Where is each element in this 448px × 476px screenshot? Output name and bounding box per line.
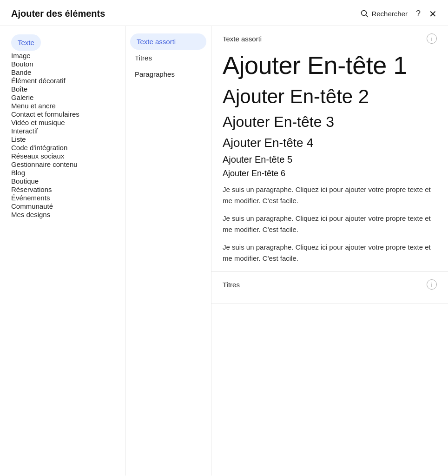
heading-1[interactable]: Ajouter En-tête 1 (223, 50, 437, 80)
search-button[interactable]: Rechercher (361, 10, 408, 18)
svg-line-1 (366, 15, 368, 17)
help-button[interactable]: ? (416, 9, 421, 19)
middle-column: Texte assortiTitresParagraphes (125, 26, 211, 476)
page-title: Ajouter des éléments (11, 8, 105, 19)
titres-section: Titres i (211, 272, 448, 304)
heading-6[interactable]: Ajouter En-tête 6 (223, 169, 437, 179)
texte-assorti-section: Texte assorti i Ajouter En-tête 1 Ajoute… (211, 26, 448, 272)
heading-4[interactable]: Ajouter En-tête 4 (223, 136, 437, 150)
paragraph-1[interactable]: Je suis un paragraphe. Cliquez ici pour … (223, 184, 437, 206)
sidebar-item-label: Mes designs (0, 206, 61, 223)
heading-3[interactable]: Ajouter En-tête 3 (223, 113, 437, 131)
heading-2[interactable]: Ajouter En-tête 2 (223, 85, 437, 108)
section-header: Texte assorti i (223, 33, 437, 44)
paragraph-2[interactable]: Je suis un paragraphe. Cliquez ici pour … (223, 213, 437, 235)
paragraph-3[interactable]: Je suis un paragraphe. Cliquez ici pour … (223, 242, 437, 264)
titres-section-header: Titres i (223, 279, 437, 290)
info-icon[interactable]: i (427, 33, 437, 44)
titres-info-icon[interactable]: i (427, 279, 437, 290)
right-panel: Texte assorti i Ajouter En-tête 1 Ajoute… (211, 26, 448, 476)
middle-item-texte-assorti[interactable]: Texte assorti (130, 33, 206, 50)
header-actions: Rechercher ? ✕ (361, 9, 437, 19)
middle-item-titres[interactable]: Titres (125, 50, 211, 66)
section-title: Texte assorti (223, 35, 262, 43)
middle-item-paragraphes[interactable]: Paragraphes (125, 66, 211, 82)
search-label: Rechercher (371, 10, 408, 18)
main-layout: TexteImageBoutonBandeÉlément décoratifBo… (0, 26, 448, 476)
header: Ajouter des éléments Rechercher ? ✕ (0, 0, 448, 26)
titres-section-title: Titres (223, 281, 240, 289)
search-icon (361, 10, 369, 18)
close-button[interactable]: ✕ (429, 9, 437, 19)
heading-5[interactable]: Ajouter En-tête 5 (223, 154, 437, 165)
left-sidebar: TexteImageBoutonBandeÉlément décoratifBo… (0, 26, 125, 476)
